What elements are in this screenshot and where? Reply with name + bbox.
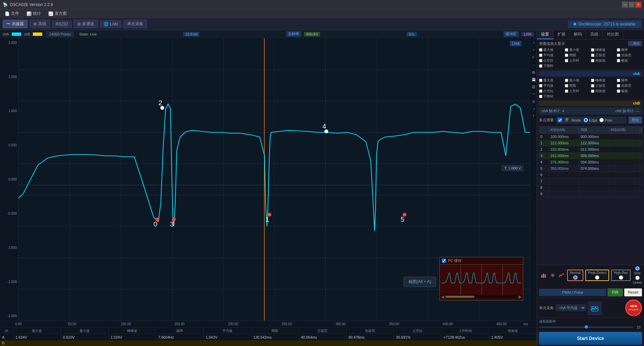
start-device-button[interactable]: Start Device — [539, 332, 642, 345]
check-rise-a: 上升时 — [565, 58, 590, 63]
tool-single-sample[interactable]: 单次采集 — [123, 20, 147, 28]
sample-rate-value: 49K/4S — [304, 32, 320, 37]
check-freq-b: 频率 — [617, 78, 642, 83]
measurement-display-section: 测量值放大显示 △相位 最大值 最小值 峰峰值 频率 平均值 周期 正脉宽 负脉… — [537, 40, 644, 70]
single-acquisition-section: 单次采集 chA 平均值chB 平均值chA RMSchB RMS — [539, 300, 601, 315]
measurements-grid: ch 最大值 最小值 峰峰值 频率 平均值 周期 正脉宽 — [0, 327, 537, 346]
ch-a-color — [12, 32, 21, 36]
meas-cha-peak: 1.024V — [109, 334, 156, 340]
menu-histogram[interactable]: 📈 直方图 — [45, 10, 70, 17]
grid-icon[interactable]: ⊞ — [531, 98, 537, 105]
cursor-icon[interactable]: ↗ — [531, 106, 537, 112]
hires-radio[interactable] — [619, 275, 623, 280]
sine-option[interactable]: Sine — [633, 266, 642, 275]
wave-icon[interactable]: 〜 — [531, 91, 537, 97]
minimize-button[interactable]: — — [622, 2, 628, 8]
meas-header-rms: 有效值 — [489, 328, 537, 334]
multi-point-measurement: 多点测量 开 Mode Edge Pole — [537, 115, 644, 127]
tab-decode[interactable]: 解码 — [570, 30, 586, 39]
rate-unit: S/s. — [407, 32, 417, 37]
pwm-pulse-button[interactable]: PWM | Pulse — [539, 289, 606, 296]
menu-stats[interactable]: 📊 统计 — [23, 10, 44, 17]
scope-canvas[interactable]: T: 1.000 V CHA 0 1 — [18, 38, 530, 321]
svg-point-8 — [552, 275, 553, 276]
linear-option[interactable]: Linear — [633, 276, 642, 284]
update-circle[interactable]: NEW UPDATE — [625, 299, 642, 316]
expand-icon[interactable]: ⤢ — [531, 40, 537, 46]
scroll-left-arrow[interactable]: ◀ — [441, 294, 444, 299]
marker-label-5: 5 — [400, 216, 404, 223]
close-button[interactable]: ✕ — [635, 2, 641, 8]
meas-chb-duty — [394, 340, 442, 346]
scroll-track[interactable] — [445, 296, 517, 298]
tool-oscilloscope[interactable]: 〜 示波器 — [3, 20, 28, 28]
wf-chart-icon[interactable] — [558, 272, 565, 279]
h-expand-icon[interactable]: ↔ — [531, 62, 537, 68]
meas-chb-rise — [441, 340, 489, 346]
ch-avg-select[interactable]: chA 平均值chB 平均值chA RMSchB RMS — [556, 304, 586, 311]
meas-header-min: 最小值 — [61, 328, 109, 334]
tab-compare[interactable]: 对比图 — [603, 30, 623, 39]
refresh-slider[interactable] — [539, 327, 633, 328]
tool-advanced[interactable]: ⚙ 高级 — [30, 20, 50, 28]
meas-chb-label: B — [0, 340, 13, 346]
chb-check-section: 最大值 最小值 峰峰值 频率 平均值 周期 正脉宽 负脉宽 占空比 上升时 有效… — [537, 77, 644, 99]
marker-2 — [160, 106, 164, 110]
screenshot-button[interactable]: 截图(Alt + A) — [404, 277, 436, 287]
check-amp-b: 幅值 — [617, 89, 642, 93]
osc-status-dot — [574, 23, 576, 25]
scroll-right-arrow[interactable]: ▶ — [519, 294, 522, 299]
mode-normal-option[interactable]: Normal — [567, 270, 583, 281]
table-row: 3 242.000ms 009.000ms — [539, 153, 642, 159]
meas-cha-neg-pulse: 90.478ms — [346, 334, 394, 340]
multi-meas-enable[interactable] — [558, 118, 562, 122]
scroll-thumb[interactable] — [445, 296, 474, 298]
t-label-icon[interactable]: T — [531, 113, 537, 119]
wf-bar-icon[interactable] — [540, 272, 548, 279]
tab-advanced[interactable]: 高级 — [586, 30, 603, 39]
svg-rect-0 — [440, 265, 523, 295]
check-period-b: 周期 — [565, 83, 590, 88]
update-section: NEW UPDATE — [625, 299, 642, 316]
peak-radio[interactable] — [595, 275, 599, 280]
menu-file[interactable]: 📄 文件 — [1, 10, 22, 17]
table-scroll-area[interactable]: 0 100.000ms 000.000ms 1 222.000ms 122.00… — [539, 134, 642, 197]
meas-header-pos-pulse: 正脉宽 — [299, 328, 346, 334]
check-avg-b: 平均值 — [539, 83, 564, 88]
pole-radio: Pole — [599, 118, 612, 122]
tab-extend[interactable]: 扩展 — [553, 30, 570, 39]
image-icon[interactable]: 🖼 — [531, 84, 537, 90]
tool-rs232[interactable]: RS232 — [52, 20, 72, 28]
save-icon[interactable]: 💾 — [531, 76, 537, 82]
zoom-in-icon[interactable]: + — [531, 47, 537, 53]
meas-cha-freq: 7.6604Hz — [156, 334, 204, 340]
wf-gear-icon[interactable] — [549, 272, 556, 279]
refresh-slider-thumb[interactable] — [585, 325, 588, 329]
acq-icon[interactable] — [588, 302, 601, 315]
filter-icon[interactable]: F — [531, 54, 537, 60]
chart-icon[interactable]: ▦ — [531, 69, 537, 75]
meas-header-rise: 上升时间 — [441, 328, 489, 334]
thumbnail-checkbox[interactable] — [442, 259, 446, 263]
refresh-value: 10 — [635, 325, 642, 329]
fir-button[interactable]: FIR — [607, 288, 623, 296]
mode-peak-detect-option[interactable]: Peak-Detect — [585, 270, 609, 281]
check-avg-a: 平均值 — [539, 53, 564, 58]
normal-radio[interactable] — [573, 275, 578, 280]
app-title: 📡 OSCA02E Version 2.2.9 — [3, 2, 53, 7]
thumbnail-scrollbar[interactable]: ◀ ▶ — [440, 295, 523, 299]
export-button[interactable]: 导出 — [629, 117, 642, 124]
maximize-button[interactable]: □ — [629, 2, 635, 8]
tab-settings[interactable]: 设置 — [537, 30, 553, 39]
reset-button[interactable]: Reset — [624, 288, 642, 296]
tool-lan[interactable]: 🌐 LAN — [100, 20, 121, 28]
pulse-count-display: chA 脉冲计 4 chB 脉冲计 --- — [539, 108, 642, 115]
y-axis: 2.000 1.500 1.000 0.500 0.000 -0.500 -1.… — [0, 38, 18, 321]
mode-hires-option[interactable]: High-Res — [611, 270, 631, 281]
tool-multichannel[interactable]: ⊞ 多通道 — [74, 20, 98, 28]
meas-cha-duty: 30.691% — [394, 334, 442, 340]
toolbar: 〜 示波器 ⚙ 高级 RS232 ⊞ 多通道 🌐 LAN 单次采集 Oscill… — [0, 18, 644, 30]
meas-header-peak: 峰峰值 — [109, 328, 156, 334]
check-max-b: 最大值 — [539, 78, 564, 83]
mode-radio-group: Edge Pole — [584, 118, 612, 122]
